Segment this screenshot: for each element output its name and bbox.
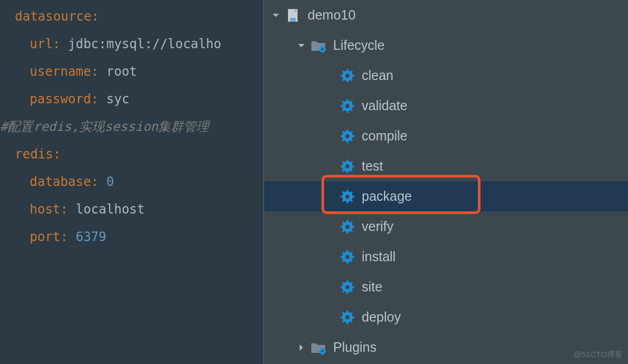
maven-goal-verify[interactable]: verify bbox=[264, 211, 628, 242]
code-line: redis: bbox=[0, 140, 263, 168]
maven-goal-install[interactable]: install bbox=[264, 242, 628, 272]
tree-node-project[interactable]: m demo10 bbox=[264, 0, 628, 30]
svg-point-47 bbox=[345, 164, 350, 168]
tree-label: Plugins bbox=[333, 340, 377, 355]
gear-icon bbox=[339, 309, 355, 325]
tree-node-lifecycle[interactable]: Lifecycle bbox=[264, 30, 628, 60]
gear-icon bbox=[339, 219, 355, 235]
tree-label: compile bbox=[362, 128, 407, 144]
tree-label: site bbox=[362, 279, 382, 295]
svg-point-27 bbox=[345, 104, 350, 108]
code-line-comment: #配置redis,实现session集群管理 bbox=[0, 113, 263, 140]
tree-label: demo10 bbox=[308, 7, 355, 23]
maven-project-icon: m bbox=[285, 7, 301, 23]
svg-point-97 bbox=[345, 315, 350, 319]
code-line: port: 6379 bbox=[0, 223, 263, 251]
code-editor[interactable]: datasource: url: jdbc:mysql://localho us… bbox=[0, 0, 263, 364]
folder-gear-icon bbox=[311, 38, 327, 54]
svg-rect-79 bbox=[347, 280, 348, 283]
code-line: password: syc bbox=[0, 85, 263, 113]
svg-point-67 bbox=[345, 225, 350, 229]
svg-rect-100 bbox=[322, 353, 323, 355]
gear-icon bbox=[339, 189, 355, 205]
svg-point-77 bbox=[345, 255, 350, 259]
svg-rect-31 bbox=[341, 135, 343, 137]
chevron-right-icon[interactable] bbox=[296, 342, 307, 353]
svg-rect-12 bbox=[352, 75, 354, 76]
svg-rect-39 bbox=[347, 159, 348, 162]
svg-rect-19 bbox=[347, 99, 348, 102]
svg-rect-9 bbox=[347, 69, 348, 72]
svg-rect-40 bbox=[347, 171, 348, 173]
code-line: database: 0 bbox=[0, 168, 263, 196]
svg-rect-60 bbox=[347, 231, 348, 234]
maven-goal-compile[interactable]: compile bbox=[264, 121, 628, 151]
chevron-down-icon[interactable] bbox=[271, 10, 281, 21]
svg-rect-91 bbox=[341, 316, 343, 318]
tree-label: clean bbox=[362, 68, 394, 83]
code-line: datasource: bbox=[0, 3, 263, 30]
svg-rect-81 bbox=[341, 286, 343, 288]
maven-goal-validate[interactable]: validate bbox=[264, 91, 628, 121]
svg-rect-30 bbox=[347, 140, 348, 143]
svg-text:m: m bbox=[290, 15, 296, 23]
chevron-down-icon[interactable] bbox=[296, 40, 307, 51]
gear-icon bbox=[339, 128, 355, 144]
maven-goal-clean[interactable]: clean bbox=[264, 60, 628, 91]
code-line: username: root bbox=[0, 58, 263, 85]
svg-point-87 bbox=[345, 285, 350, 289]
svg-rect-59 bbox=[347, 220, 348, 223]
svg-rect-5 bbox=[319, 49, 320, 50]
svg-rect-52 bbox=[352, 196, 354, 197]
maven-goal-test[interactable]: test bbox=[264, 151, 628, 181]
svg-rect-11 bbox=[341, 75, 343, 76]
svg-rect-6 bbox=[325, 49, 326, 50]
gear-icon bbox=[339, 249, 355, 265]
svg-rect-51 bbox=[341, 196, 343, 197]
svg-point-103 bbox=[321, 350, 324, 352]
gear-icon bbox=[339, 158, 355, 174]
svg-rect-29 bbox=[347, 129, 348, 132]
tree-label: verify bbox=[362, 219, 394, 234]
tree-label: package bbox=[362, 189, 412, 204]
tree-label: validate bbox=[362, 98, 407, 113]
svg-rect-42 bbox=[352, 165, 354, 167]
code-line: host: localhost bbox=[0, 196, 263, 223]
maven-goal-deploy[interactable]: deploy bbox=[264, 302, 628, 332]
svg-rect-3 bbox=[322, 46, 323, 47]
svg-rect-20 bbox=[347, 110, 348, 113]
svg-rect-69 bbox=[347, 250, 348, 253]
svg-rect-71 bbox=[341, 256, 343, 258]
tree-label: test bbox=[362, 158, 383, 174]
svg-rect-89 bbox=[347, 310, 348, 313]
svg-rect-22 bbox=[352, 105, 354, 106]
svg-rect-10 bbox=[347, 80, 348, 83]
maven-goal-package[interactable]: package bbox=[264, 181, 628, 211]
svg-rect-4 bbox=[322, 51, 323, 53]
svg-rect-72 bbox=[352, 256, 354, 258]
svg-rect-70 bbox=[347, 261, 348, 264]
gear-icon bbox=[339, 98, 355, 114]
svg-point-7 bbox=[321, 48, 324, 50]
svg-rect-41 bbox=[341, 165, 343, 167]
svg-rect-32 bbox=[352, 135, 354, 137]
svg-rect-80 bbox=[347, 291, 348, 294]
svg-rect-90 bbox=[347, 322, 348, 324]
svg-rect-82 bbox=[352, 286, 354, 288]
gear-icon bbox=[339, 279, 355, 295]
svg-point-17 bbox=[345, 74, 350, 78]
svg-point-57 bbox=[345, 194, 350, 199]
svg-rect-101 bbox=[319, 351, 320, 352]
folder-gear-icon bbox=[311, 340, 327, 356]
svg-rect-102 bbox=[325, 351, 326, 352]
tree-label: deploy bbox=[362, 309, 401, 325]
gear-icon bbox=[339, 68, 355, 84]
watermark: @51CTO博客 bbox=[573, 350, 623, 360]
code-line: url: jdbc:mysql://localho bbox=[0, 30, 263, 58]
tree-label: Lifecycle bbox=[333, 38, 385, 53]
svg-rect-62 bbox=[352, 226, 354, 227]
maven-goal-site[interactable]: site bbox=[264, 272, 628, 302]
svg-rect-50 bbox=[347, 201, 348, 203]
maven-panel[interactable]: m demo10 Lifecycle bbox=[263, 0, 628, 364]
svg-rect-92 bbox=[352, 316, 354, 318]
